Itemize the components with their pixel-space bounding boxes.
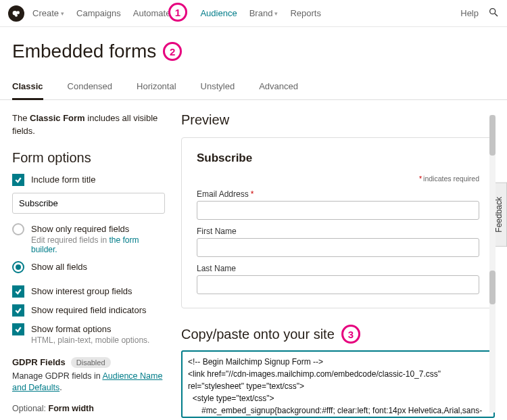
tab-unstyled[interactable]: Unstyled	[201, 74, 235, 100]
indicates-required-note: *indicates required	[197, 174, 479, 183]
gdpr-text: Manage GDPR fields in Audience Name and …	[12, 371, 165, 394]
preview-box: Subscribe *indicates required Email Addr…	[181, 137, 495, 308]
nav-brand[interactable]: Brand▾	[249, 8, 279, 18]
mailchimp-logo[interactable]	[8, 5, 24, 22]
svg-point-2	[15, 14, 18, 16]
nav-automate[interactable]: Automate▾ 1	[133, 8, 176, 18]
tab-classic[interactable]: Classic	[12, 74, 43, 100]
top-nav: Create▾ Campaigns Automate▾ 1 Audience B…	[0, 0, 507, 27]
show-only-required-label: Show only required fields	[31, 223, 165, 234]
right-panel: Preview Subscribe *indicates required Em…	[181, 112, 495, 418]
gdpr-disabled-pill: Disabled	[71, 357, 111, 368]
preview-subscribe-title: Subscribe	[197, 151, 479, 165]
show-format-sub: HTML, plain-text, mobile options.	[31, 335, 149, 345]
nav-audience[interactable]: Audience	[200, 8, 237, 18]
left-panel: The Classic Form includes all visible fi…	[12, 112, 165, 418]
nav-create[interactable]: Create▾	[32, 8, 64, 18]
show-format-checkbox[interactable]	[12, 323, 24, 335]
include-form-title-checkbox[interactable]	[12, 174, 24, 186]
form-options-heading: Form options	[12, 150, 165, 166]
monkey-icon	[11, 8, 22, 19]
classic-form-description: The Classic Form includes all visible fi…	[12, 112, 165, 138]
copy-paste-heading: Copy/paste onto your site 3	[181, 325, 495, 344]
last-name-label: Last Name	[197, 264, 479, 273]
annotation-2: 2	[163, 42, 182, 61]
annotation-1: 1	[168, 3, 187, 22]
include-form-title-label: Include form title	[31, 174, 95, 185]
search-icon[interactable]	[488, 7, 499, 20]
show-indicators-checkbox[interactable]	[12, 304, 24, 317]
tab-horizontal[interactable]: Horizontal	[137, 74, 176, 100]
show-indicators-label: Show required field indicators	[31, 304, 147, 315]
gdpr-heading: GDPR Fields	[12, 357, 66, 367]
page-title: Embedded forms 2	[12, 41, 495, 62]
show-only-required-radio[interactable]	[12, 223, 24, 235]
annotation-3: 3	[341, 325, 360, 344]
last-name-input[interactable]	[197, 275, 479, 294]
first-name-input[interactable]	[197, 238, 479, 257]
first-name-label: First Name	[197, 227, 479, 236]
show-interest-label: Show interest group fields	[31, 285, 132, 296]
tabs: Classic Condensed Horizontal Unstyled Ad…	[0, 74, 507, 100]
email-input[interactable]	[197, 201, 479, 220]
preview-heading: Preview	[181, 112, 495, 128]
tab-condensed[interactable]: Condensed	[68, 74, 113, 100]
email-label: Email Address*	[197, 189, 479, 199]
show-all-fields-label: Show all fields	[31, 261, 87, 272]
svg-line-4	[495, 14, 498, 16]
nav-campaigns[interactable]: Campaigns	[76, 8, 121, 18]
tab-advanced[interactable]: Advanced	[259, 74, 298, 100]
scrollbar[interactable]	[489, 115, 496, 413]
show-interest-checkbox[interactable]	[12, 285, 24, 298]
nav-reports[interactable]: Reports	[290, 8, 321, 18]
embed-code-textarea[interactable]: <!-- Begin Mailchimp Signup Form --> <li…	[181, 350, 495, 418]
show-only-required-sub: Edit required fields in the form builder…	[31, 235, 165, 254]
show-all-fields-radio[interactable]	[12, 261, 24, 273]
svg-point-1	[16, 11, 20, 14]
form-title-input[interactable]	[12, 193, 165, 214]
optional-form-width: Optional: Form width	[12, 404, 165, 413]
nav-items: Create▾ Campaigns Automate▾ 1 Audience B…	[32, 8, 321, 18]
nav-help[interactable]: Help	[460, 8, 479, 18]
chevron-down-icon: ▾	[61, 10, 64, 17]
svg-point-3	[490, 9, 496, 14]
show-format-label: Show format options	[31, 323, 149, 334]
chevron-down-icon: ▾	[274, 10, 278, 17]
